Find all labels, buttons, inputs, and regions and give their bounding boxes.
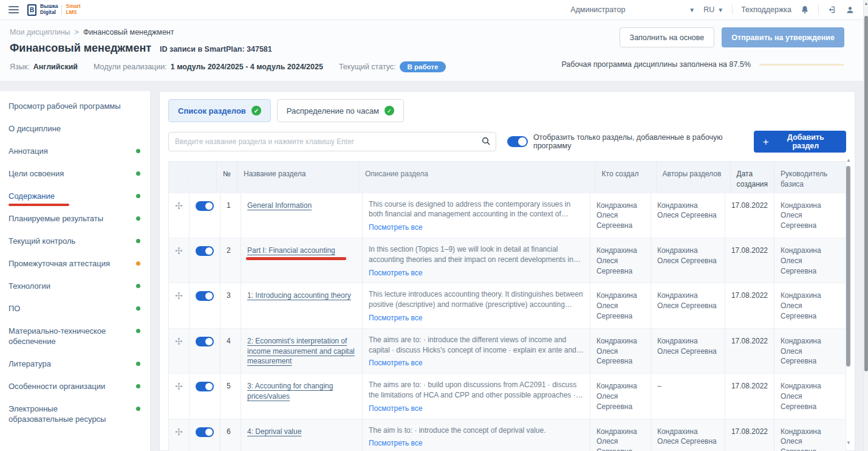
table-scrollbar-thumb[interactable]	[846, 166, 850, 367]
section-number: 6	[220, 419, 241, 451]
scroll-down-icon[interactable]: ▼	[846, 440, 851, 446]
section-creator: Кондрахина Олеся Сергеевна	[590, 329, 651, 373]
move-icon	[175, 247, 183, 255]
section-date: 17.08.2022	[725, 238, 774, 283]
only-added-sections-toggle[interactable]	[507, 136, 528, 147]
sidebar-item[interactable]: Текущий контроль	[0, 230, 150, 252]
drag-handle[interactable]	[169, 329, 189, 373]
move-icon	[175, 202, 183, 210]
section-enabled-toggle[interactable]	[196, 201, 214, 211]
menu-icon[interactable]	[9, 6, 19, 13]
section-name-link[interactable]: 1: Introducing accounting theory	[247, 291, 351, 300]
row-toggle-cell	[189, 238, 220, 283]
section-authors: Кондрахина Олеся Сергеевна	[651, 419, 725, 451]
modules-value: 1 модуль 2024/2025 - 4 модуль 2024/2025	[171, 63, 323, 71]
sidebar-item-label: ПО	[9, 303, 20, 314]
add-section-button[interactable]: + Добавить раздел	[754, 131, 846, 153]
col-basis-head: Руководитель базиса	[774, 162, 846, 193]
sidebar-item[interactable]: Просмотр рабочей программы	[0, 95, 150, 117]
section-enabled-toggle[interactable]	[196, 246, 214, 256]
section-enabled-toggle[interactable]	[196, 291, 214, 301]
window-scrollbar-thumb[interactable]	[864, 16, 868, 371]
divider	[732, 5, 733, 15]
section-number: 3	[220, 283, 241, 328]
search-input[interactable]	[168, 132, 496, 151]
sidebar-item-label: Содержание	[9, 191, 55, 201]
sidebar-item[interactable]: Планируемые результаты	[0, 207, 150, 230]
progress-bar	[759, 64, 844, 66]
tab-sections-list[interactable]: Список разделов ✓	[168, 99, 271, 122]
logout-icon[interactable]	[827, 5, 837, 15]
app-logo[interactable]: В ВышкаDigital SmartLMS	[27, 4, 81, 16]
col-authors: Авторы разделов	[656, 162, 730, 193]
table-row: 53: Accounting for changing prices/value…	[169, 373, 846, 418]
col-number: №	[216, 162, 237, 193]
page-header: Мои дисциплины > Финансовый менеджмент Ф…	[0, 20, 863, 81]
smartplan-id: ID записи в SmartPlan: 347581	[160, 45, 272, 53]
section-creator: Кондрахина Олеся Сергеевна	[590, 419, 651, 451]
section-enabled-toggle[interactable]	[196, 427, 214, 437]
section-enabled-toggle[interactable]	[196, 382, 214, 391]
section-date: 17.08.2022	[725, 329, 774, 373]
sidebar-item-label: Материально-техническое обеспечение	[9, 326, 124, 346]
drag-handle[interactable]	[169, 238, 189, 283]
view-all-link[interactable]: Посмотреть все	[369, 268, 422, 278]
sidebar-item[interactable]: Литература	[0, 353, 150, 375]
send-for-approval-button[interactable]: Отправить на утверждение	[722, 27, 844, 47]
sidebar-item-label: Особенности организации	[9, 381, 105, 391]
breadcrumb-root-link[interactable]: Мои дисциплины	[10, 28, 70, 36]
section-name-link[interactable]: 2: Economist's interpretation of income …	[247, 337, 355, 366]
profile-icon[interactable]	[846, 5, 855, 15]
support-link[interactable]: Техподдержка	[741, 5, 791, 14]
sidebar-item[interactable]: О дисциплине	[0, 117, 150, 140]
scroll-up-icon[interactable]: ▲	[846, 157, 851, 163]
table-row: 64: Deprival valueThe aim is to: · intro…	[169, 419, 846, 451]
view-all-link[interactable]: Посмотреть все	[369, 222, 422, 233]
view-all-link[interactable]: Посмотреть все	[369, 404, 422, 414]
row-toggle-cell	[189, 193, 220, 238]
sidebar-item[interactable]: Технологии	[0, 275, 150, 297]
top-bar: В ВышкаDigital SmartLMS Администратор ▼ …	[0, 0, 863, 20]
sidebar-item[interactable]: Аннотация	[0, 140, 150, 162]
section-name-link[interactable]: 3: Accounting for changing prices/values	[247, 382, 333, 401]
sidebar-item[interactable]: ПО	[0, 297, 150, 320]
plus-icon: +	[763, 137, 769, 147]
check-circle-icon: ✓	[251, 106, 261, 115]
col-name: Название раздела	[237, 162, 358, 193]
sidebar-item[interactable]: Особенности организации	[0, 375, 150, 398]
language-select[interactable]: RU ▼	[703, 5, 723, 14]
sidebar-item[interactable]: Электронные образовательные ресурсы	[0, 398, 150, 430]
sidebar-item[interactable]: Содержание	[0, 185, 150, 207]
notifications-bell-icon[interactable]	[800, 5, 810, 15]
fill-from-template-button[interactable]: Заполнить на основе	[620, 27, 715, 47]
logo-brand-text: ВышкаDigital	[40, 4, 58, 16]
section-enabled-toggle[interactable]	[196, 337, 214, 346]
section-name-cell: 2: Economist's interpretation of income …	[241, 329, 362, 373]
view-all-link[interactable]: Посмотреть все	[369, 358, 422, 368]
window-scrollbar[interactable]: ▲	[863, 0, 868, 451]
search-icon[interactable]	[481, 136, 491, 148]
section-name-link[interactable]: 4: Deprival value	[247, 427, 301, 436]
table-scrollbar[interactable]: ▲ ▼	[846, 157, 852, 446]
col-date: Дата создания	[730, 162, 774, 193]
sidebar-item[interactable]: Цели освоения	[0, 162, 150, 185]
role-select[interactable]: Администратор ▼	[570, 5, 695, 14]
section-date: 17.08.2022	[725, 283, 774, 328]
status-dot-green	[136, 362, 140, 366]
tab-hours-distribution[interactable]: Распределение по часам ✓	[277, 99, 404, 122]
section-name-cell: 4: Deprival value	[241, 419, 362, 451]
sidebar-item-label: Цели освоения	[9, 168, 64, 179]
section-description: This course is designed to address the c…	[369, 199, 584, 220]
drag-handle[interactable]	[169, 283, 189, 328]
drag-handle[interactable]	[169, 374, 189, 418]
section-date: 17.08.2022	[725, 193, 774, 238]
section-name-link[interactable]: Part I: Financial accounting	[247, 246, 335, 255]
section-name-link[interactable]: General Information	[247, 201, 312, 210]
sidebar-item[interactable]: Материально-техническое обеспечение	[0, 320, 150, 353]
sidebar-item-label: Технологии	[9, 281, 50, 291]
view-all-link[interactable]: Посмотреть все	[369, 438, 422, 449]
view-all-link[interactable]: Посмотреть все	[369, 313, 422, 323]
drag-handle[interactable]	[169, 193, 189, 238]
sidebar-item[interactable]: Промежуточная аттестация	[0, 252, 150, 275]
drag-handle[interactable]	[169, 419, 189, 451]
